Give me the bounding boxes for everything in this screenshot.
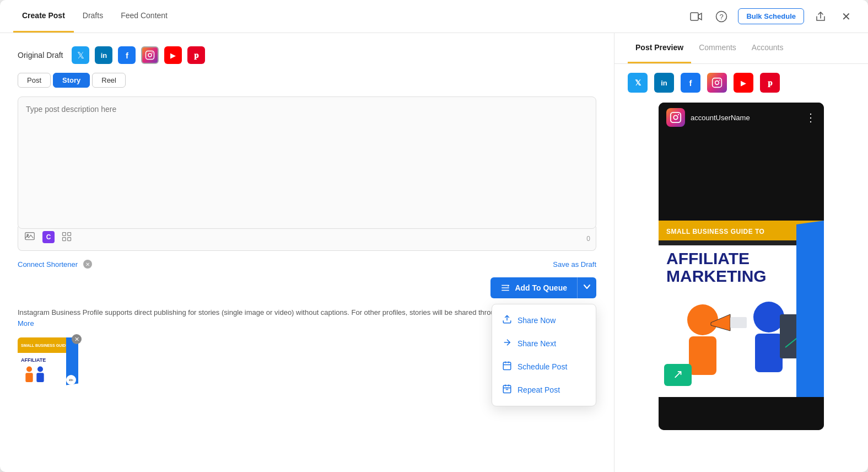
preview-more-icon[interactable]: ⋮	[805, 111, 816, 124]
tab-accounts[interactable]: Accounts	[744, 33, 791, 63]
preview-social-linkedin[interactable]: in	[654, 73, 674, 93]
type-tab-post[interactable]: Post	[18, 73, 51, 88]
svg-rect-26	[36, 373, 44, 382]
svg-rect-24	[25, 373, 33, 382]
preview-image: Small Business Guide to AffiliateMarketi…	[659, 132, 824, 397]
svg-text:↗: ↗	[673, 367, 683, 381]
post-type-tabs: Post Story Reel	[18, 73, 596, 88]
svg-rect-30	[671, 112, 681, 122]
svg-point-28	[715, 81, 719, 85]
svg-rect-11	[68, 238, 71, 241]
right-panel-body: 𝕏 in f ▶ 𝐩	[614, 64, 868, 472]
dropdown-toggle-button[interactable]	[577, 277, 596, 298]
tab-comments[interactable]: Comments	[691, 33, 744, 63]
svg-rect-3	[146, 51, 154, 60]
app-window: Create Post Drafts Feed Content ? Bulk S…	[0, 0, 868, 472]
preview-social-facebook[interactable]: f	[681, 73, 700, 93]
right-tabs: Post Preview Comments Accounts	[614, 33, 868, 64]
svg-point-7	[27, 234, 29, 236]
post-input-area: C 0	[18, 96, 596, 251]
tab-post-preview[interactable]: Post Preview	[628, 33, 691, 63]
add-to-queue-button[interactable]: Add To Queue	[490, 277, 577, 298]
preview-card: accountUserName ⋮ Small Business Guide t…	[659, 103, 824, 430]
thumbnail-item: ✕ Small Business Guide to AffiliateMarke…	[18, 337, 78, 387]
save-draft-button[interactable]: Save as Draft	[553, 260, 596, 269]
thumbnail-edit-icon[interactable]: ✏	[66, 375, 76, 385]
svg-point-4	[148, 53, 152, 57]
svg-point-31	[673, 115, 677, 119]
preview-social-twitter[interactable]: 𝕏	[628, 73, 648, 93]
social-icon-pinterest[interactable]: 𝐩	[187, 46, 205, 64]
preview-social-instagram[interactable]	[707, 73, 727, 93]
left-panel: Original Draft 𝕏 in f ▶ 𝐩 Post Story	[0, 33, 614, 472]
tab-create-post[interactable]: Create Post	[13, 0, 74, 33]
svg-point-29	[719, 79, 720, 81]
social-icon-instagram[interactable]	[141, 46, 159, 64]
preview-banner-text: Small Business Guide to	[666, 228, 764, 235]
share-icon[interactable]	[812, 8, 829, 25]
preview-social-youtube[interactable]: ▶	[734, 73, 753, 93]
video-icon[interactable]	[687, 8, 705, 25]
preview-image-top	[659, 132, 824, 221]
draft-label: Original Draft	[18, 51, 63, 60]
textarea-footer: C 0	[18, 227, 596, 251]
info-bar: Connect Shortener ✕ Save as Draft	[18, 260, 596, 269]
svg-point-35	[753, 302, 784, 332]
canva-icon[interactable]: C	[42, 231, 55, 243]
type-tab-story[interactable]: Story	[53, 73, 90, 88]
help-icon[interactable]: ?	[713, 8, 730, 25]
nav-tabs: Create Post Drafts Feed Content	[13, 0, 176, 33]
share-now-icon	[502, 314, 512, 326]
draft-row: Original Draft 𝕏 in f ▶ 𝐩	[18, 46, 596, 64]
social-icon-youtube[interactable]: ▶	[164, 46, 182, 64]
svg-point-25	[37, 367, 43, 372]
dropdown-item-repeat-post[interactable]: Repeat Post	[492, 378, 596, 401]
type-tab-reel[interactable]: Reel	[92, 73, 126, 88]
svg-rect-37	[730, 317, 747, 328]
social-icon-twitter[interactable]: 𝕏	[72, 46, 89, 64]
grid-icon[interactable]	[61, 231, 72, 246]
preview-social-pinterest[interactable]: 𝐩	[760, 73, 780, 93]
tab-drafts[interactable]: Drafts	[74, 0, 112, 33]
share-now-label: Share Now	[517, 316, 556, 325]
dropdown-item-share-next[interactable]: Share Next	[492, 332, 596, 355]
svg-rect-0	[691, 13, 698, 20]
post-textarea[interactable]	[18, 96, 596, 229]
preview-avatar	[666, 108, 685, 127]
image-upload-icon[interactable]	[24, 231, 36, 246]
dropdown-item-schedule-post[interactable]: Schedule Post	[492, 355, 596, 378]
schedule-post-icon	[502, 361, 512, 373]
preview-username: accountUserName	[691, 114, 750, 122]
repeat-post-icon	[502, 384, 512, 396]
svg-text:?: ?	[720, 13, 724, 21]
preview-card-header: accountUserName ⋮	[659, 103, 824, 132]
dropdown-menu: Share Now Share Next	[492, 304, 596, 406]
svg-point-23	[26, 367, 32, 372]
preview-diagonal	[796, 221, 824, 397]
preview-social-icons: 𝕏 in f ▶ 𝐩	[628, 73, 855, 93]
share-next-icon	[502, 337, 512, 350]
main-content: Original Draft 𝕏 in f ▶ 𝐩 Post Story	[0, 33, 868, 472]
close-button[interactable]: ✕	[837, 8, 855, 25]
bulk-schedule-button[interactable]: Bulk Schedule	[738, 8, 804, 24]
tab-feed-content[interactable]: Feed Content	[112, 0, 176, 33]
action-bar: Add To Queue	[18, 277, 596, 298]
preview-card-bottom	[659, 397, 824, 430]
preview-title: AffiliateMarketing	[666, 250, 816, 285]
close-shortener-icon[interactable]: ✕	[83, 260, 92, 269]
connect-shortener-link[interactable]: Connect Shortener	[18, 260, 78, 269]
schedule-post-label: Schedule Post	[517, 362, 567, 371]
social-icon-facebook[interactable]: f	[118, 46, 136, 64]
svg-rect-18	[503, 362, 511, 370]
share-next-label: Share Next	[517, 339, 556, 348]
svg-point-32	[678, 114, 679, 115]
svg-rect-8	[63, 233, 66, 236]
svg-rect-10	[63, 238, 66, 241]
thumbnail-close-icon[interactable]: ✕	[72, 334, 82, 344]
svg-rect-34	[689, 336, 716, 375]
social-icon-linkedin[interactable]: in	[95, 46, 112, 64]
dropdown-item-share-now[interactable]: Share Now	[492, 309, 596, 332]
right-panel: Post Preview Comments Accounts 𝕏 in f	[614, 33, 868, 472]
top-navigation: Create Post Drafts Feed Content ? Bulk S…	[0, 0, 868, 33]
svg-point-5	[152, 52, 153, 53]
